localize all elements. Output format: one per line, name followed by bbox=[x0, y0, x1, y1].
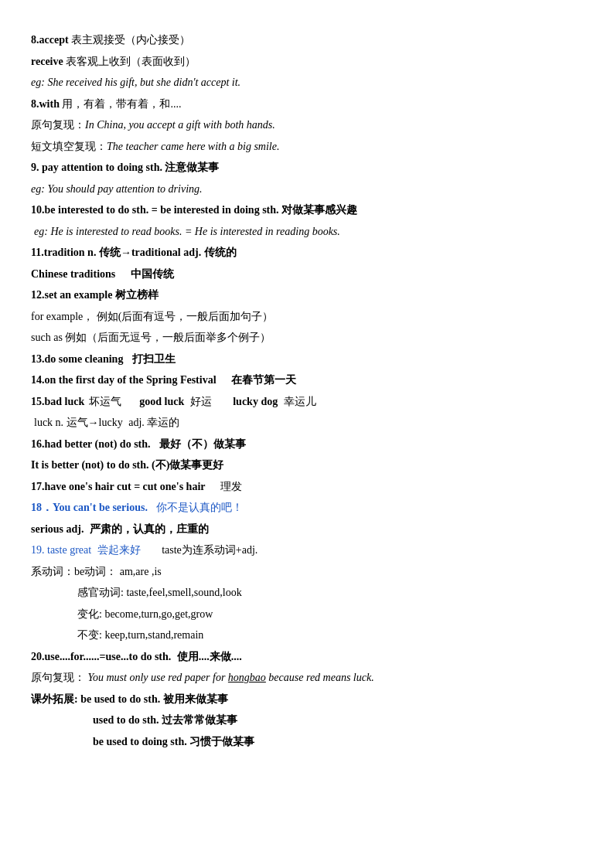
item19-cn3-label: 感官动词: bbox=[77, 587, 124, 598]
item20-ext3-cn: 习惯于做某事 bbox=[189, 736, 254, 747]
item20-cn: 使用....来做.... bbox=[177, 651, 242, 662]
item18-sub-line: serious adj. 严肃的，认真的，庄重的 bbox=[31, 520, 583, 540]
item15-cn2: 好运 bbox=[190, 396, 212, 407]
item19-cn5-line: 不变: keep,turn,stand,remain bbox=[31, 626, 583, 645]
item11-cn3: 传统的 bbox=[204, 247, 237, 258]
item15-sub3: lucky dog bbox=[233, 396, 278, 407]
item19-cn1: 尝起来好 bbox=[97, 544, 141, 556]
item19-line: 19. taste great 尝起来好 taste为连系动词+adj. bbox=[31, 541, 583, 560]
item9-eg: eg: You should pay attention to driving. bbox=[31, 180, 583, 199]
item8with-title: 8.with bbox=[31, 98, 60, 110]
item8a-cn1: 表主观接受（内心接受） bbox=[71, 34, 190, 46]
item8with-eg1: 原句复现：In China, you accept a gift with bo… bbox=[31, 116, 583, 135]
item13-cn: 打扫卫生 bbox=[132, 353, 176, 365]
item18-sub-label: serious adj. bbox=[31, 523, 84, 535]
item18-cn: 你不是认真的吧！ bbox=[156, 502, 243, 513]
item12-title: 12.set an example bbox=[31, 289, 112, 301]
item12-line: 12.set an example 树立榜样 bbox=[31, 286, 583, 305]
item20-ext2-cn: 过去常常做某事 bbox=[162, 714, 237, 726]
item17-title: 17.have one's hair cut = cut one's hair bbox=[31, 481, 206, 492]
item19-cn2-line: 系动词：be动词： am,are ,is bbox=[31, 563, 583, 582]
item8a-eg: eg: She received his gift, but she didn'… bbox=[31, 73, 583, 93]
item8a-line: 8.accept 表主观接受（内心接受） bbox=[31, 31, 583, 50]
item20-eg1-line: 原句复现： You must only use red paper for ho… bbox=[31, 669, 583, 688]
item8with-eg2-label: 短文填空复现： bbox=[31, 141, 107, 152]
item20-ext-line: 课外拓展: be used to do sth. 被用来做某事 bbox=[31, 690, 583, 710]
item11-sub1: Chinese traditions bbox=[31, 268, 115, 280]
item10-line: 10.be interested to do sth. = be interes… bbox=[31, 201, 583, 220]
item16-cn: 最好（不）做某事 bbox=[159, 438, 246, 450]
item20-ext1-cn: 被用来做某事 bbox=[163, 693, 228, 705]
item9-cn: 注意做某事 bbox=[165, 162, 219, 173]
item16-line: 16.had better (not) do sth. 最好（不）做某事 bbox=[31, 435, 583, 454]
item10-title: 10.be interested to do sth. = be interes… bbox=[31, 204, 279, 216]
item16-sub-line: It is better (not) to do sth. (不)做某事更好 bbox=[31, 456, 583, 475]
item8b-line: receive 表客观上收到（表面收到） bbox=[31, 53, 583, 72]
item20-ext-label: 课外拓展: bbox=[31, 693, 78, 705]
item19-cn4-label: 变化: bbox=[77, 608, 102, 620]
item20-eg1-label: 原句复现： bbox=[31, 672, 85, 683]
item18-line: 18．You can't be serious. 你不是认真的吧！ bbox=[31, 499, 583, 518]
item11-line: 11.tradition n. 传统→traditional adj. 传统的 bbox=[31, 243, 583, 263]
item12-sub2-label: such as bbox=[31, 332, 63, 343]
item20-ext1: be used to do sth. bbox=[80, 693, 160, 705]
item19-cn2-val: am,are ,is bbox=[120, 566, 162, 577]
item8with-eg1-text: In China, you accept a gift with both ha… bbox=[85, 119, 275, 131]
item19-cn3-line: 感官动词: taste,feel,smell,sound,look bbox=[31, 584, 583, 603]
item15-sub4-adj: adj. bbox=[128, 417, 145, 428]
item19-cn5-label: 不变: bbox=[77, 629, 102, 641]
item16-sub-cn: (不)做某事更好 bbox=[152, 459, 223, 471]
item8b-title: receive bbox=[31, 56, 63, 67]
item15-sub4: luck n. 运气→lucky adj. 幸运的 bbox=[31, 414, 583, 433]
item10-cn: 对做某事感兴趣 bbox=[281, 204, 357, 216]
item20-eg1-italic: hongbao bbox=[228, 672, 266, 683]
item17-line: 17.have one's hair cut = cut one's hair … bbox=[31, 478, 583, 497]
item8with-line: 8.with 用，有着，带有着，和.... bbox=[31, 95, 583, 114]
item20-ext3: be used to doing sth. bbox=[93, 736, 187, 747]
item12-sub1: for example， 例如(后面有逗号，一般后面加句子） bbox=[31, 308, 583, 327]
item20-title: 20.use....for......=use...to do sth. bbox=[31, 651, 171, 662]
item13-title: 13.do some cleaning bbox=[31, 353, 123, 365]
item12-sub2-cn: 例如（后面无逗号，一般后面举多个例子） bbox=[65, 332, 271, 343]
item20-ext3-line: be used to doing sth. 习惯于做某事 bbox=[31, 733, 583, 752]
item8b-cn: 表客观上收到（表面收到） bbox=[66, 56, 196, 67]
item15-sub2: good luck bbox=[139, 396, 184, 407]
item11-cn1: 传统→traditional bbox=[99, 247, 181, 258]
item15-sub4-label: luck n. bbox=[34, 417, 63, 428]
item12-sub1-cn: 例如(后面有逗号，一般后面加句子） bbox=[97, 311, 274, 322]
item12-sub1-label: for example， bbox=[31, 311, 94, 322]
item15-cn3: 幸运儿 bbox=[284, 396, 316, 407]
item15-sub4-cn2: 幸运的 bbox=[147, 417, 179, 428]
item18-title: 18．You can't be serious. bbox=[31, 502, 148, 513]
item20-ext2-line: used to do sth. 过去常常做某事 bbox=[31, 711, 583, 730]
item20-eg1-end: because red means luck. bbox=[268, 672, 374, 683]
item8with-eg1-label: 原句复现： bbox=[31, 119, 85, 131]
item19-cn3-val: taste,feel,smell,sound,look bbox=[126, 587, 241, 598]
item11-cn2: adj. bbox=[183, 247, 201, 258]
item18-sub-cn: 严肃的，认真的，庄重的 bbox=[90, 523, 209, 535]
item19-sub: taste为连系动词+adj. bbox=[162, 544, 258, 556]
item9-title: 9. pay attention to doing sth. bbox=[31, 162, 162, 173]
item15-title: 15.bad luck bbox=[31, 396, 84, 407]
item16-sub: It is better (not) to do sth. bbox=[31, 459, 149, 471]
item11-sub2: 中国传统 bbox=[131, 268, 174, 280]
item13-line: 13.do some cleaning 打扫卫生 bbox=[31, 350, 583, 369]
item8with-cn: 用，有着，带有着，和.... bbox=[62, 98, 181, 110]
item8with-eg2: 短文填空复现：The teacher came here with a big … bbox=[31, 138, 583, 157]
item19-cn5-val: keep,turn,stand,remain bbox=[104, 629, 203, 641]
item19-cn2-label: 系动词：be动词： bbox=[31, 566, 117, 577]
item8a-title: 8.accept bbox=[31, 34, 69, 46]
item14-title: 14.on the first day of the Spring Festiv… bbox=[31, 374, 217, 386]
page-content: 8.accept 表主观接受（内心接受） receive 表客观上收到（表面收到… bbox=[31, 31, 583, 751]
item20-eg1-text: You must only use red paper for bbox=[88, 672, 228, 683]
item19-cn4-val: become,turn,go,get,grow bbox=[104, 608, 213, 620]
item15-line1: 15.bad luck 坏运气 good luck 好运 lucky dog 幸… bbox=[31, 393, 583, 412]
item20-line: 20.use....for......=use...to do sth. 使用.… bbox=[31, 648, 583, 667]
item19-title: 19. taste great bbox=[31, 544, 91, 556]
item16-title: 16.had better (not) do sth. bbox=[31, 438, 151, 450]
item15-sub4-cn: 运气→lucky bbox=[67, 417, 123, 428]
item8with-eg2-text: The teacher came here with a big smile. bbox=[107, 141, 279, 152]
item9-line: 9. pay attention to doing sth. 注意做某事 bbox=[31, 158, 583, 178]
item11-sub-line: Chinese traditions 中国传统 bbox=[31, 265, 583, 284]
item14-cn: 在春节第一天 bbox=[231, 374, 296, 386]
